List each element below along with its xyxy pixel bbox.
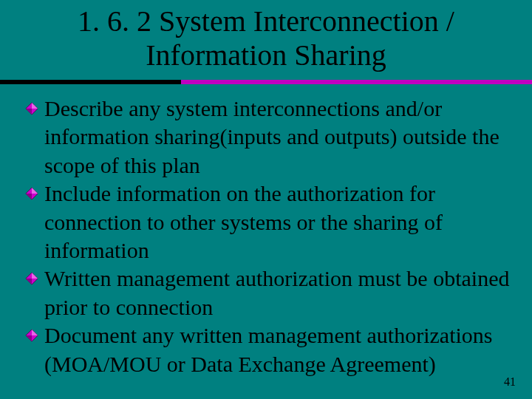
diamond-bullet-icon: [25, 187, 38, 200]
list-item-lead: Describe: [44, 96, 123, 120]
list-item-text: Include information on the authorization…: [44, 180, 519, 265]
page-number: 41: [504, 375, 516, 389]
list-item-text: Describe any system interconnections and…: [44, 95, 519, 180]
diamond-bullet-icon: [25, 329, 38, 342]
title-underline-left: [0, 80, 181, 84]
diamond-bullet-icon: [25, 272, 38, 285]
list-item: Include information on the authorization…: [25, 180, 519, 265]
slide-title: 1. 6. 2 System Interconnection / Informa…: [0, 0, 532, 80]
list-item-lead: Document: [44, 323, 137, 347]
title-underline: [0, 80, 532, 84]
list-item-text: Document any written management authoriz…: [44, 321, 519, 378]
title-line-1: 1. 6. 2 System Interconnection /: [78, 4, 454, 38]
diamond-bullet-icon: [25, 102, 38, 115]
title-line-2: Information Sharing: [146, 38, 386, 72]
slide-body: Describe any system interconnections and…: [0, 84, 532, 378]
list-item-rest: management authorization must be obtaine…: [44, 266, 509, 318]
list-item-lead: Include: [44, 181, 111, 205]
list-item-lead: Written: [44, 266, 111, 290]
list-item-text: Written management authorization must be…: [44, 265, 519, 321]
slide: 1. 6. 2 System Interconnection / Informa…: [0, 0, 532, 399]
list-item: Describe any system interconnections and…: [25, 95, 519, 180]
list-item: Written management authorization must be…: [25, 265, 519, 321]
list-item: Document any written management authoriz…: [25, 321, 519, 378]
